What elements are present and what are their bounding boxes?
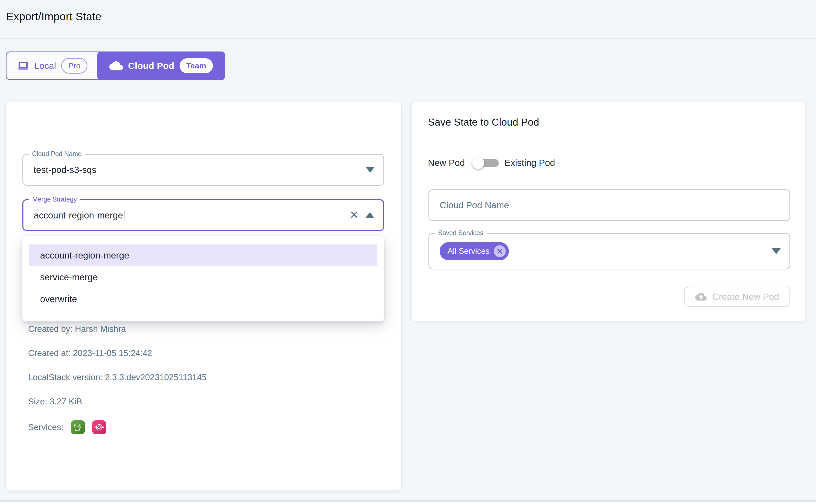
pod-mode-switch[interactable]: [472, 153, 500, 173]
services-row: Services:: [28, 420, 106, 434]
pod-name-select[interactable]: Cloud Pod Name test-pod-s3-sqs: [22, 154, 384, 186]
tab-local-label: Local: [34, 61, 56, 71]
saved-services-label: Saved Services: [435, 229, 486, 237]
cloud-icon: [109, 59, 123, 73]
merge-strategy-value: account-region-merge: [34, 210, 123, 220]
pod-mode-toggle-row: New Pod Existing Pod: [428, 153, 555, 173]
option-service-merge[interactable]: service-merge: [29, 266, 377, 288]
created-by-text: Created by: Harsh Mishra: [28, 324, 126, 334]
all-services-chip-label: All Services: [447, 247, 490, 256]
clear-icon[interactable]: ✕: [350, 210, 359, 221]
load-state-card: Load State from Cloud Pod Cloud Pod Name…: [6, 102, 401, 490]
pro-badge: Pro: [61, 58, 87, 74]
horizontal-scrollbar[interactable]: [0, 500, 816, 502]
s3-service-icon: [71, 420, 85, 434]
new-pod-name-placeholder: Cloud Pod Name: [440, 200, 509, 210]
chevron-down-icon[interactable]: [366, 167, 375, 173]
mode-tab-group: Local Pro Cloud Pod Team: [6, 51, 225, 80]
create-new-pod-button[interactable]: Create New Pod: [684, 287, 790, 307]
sqs-service-icon: [92, 420, 106, 434]
chip-delete-icon[interactable]: ✕: [494, 245, 506, 257]
tab-cloud-pod[interactable]: Cloud Pod Team: [97, 51, 225, 80]
tab-cloud-pod-label: Cloud Pod: [128, 61, 174, 71]
size-text: Size: 3.27 KiB: [28, 397, 82, 406]
scrollbar-gutter: [0, 502, 816, 504]
option-overwrite[interactable]: overwrite: [29, 288, 377, 310]
text-cursor: [124, 210, 124, 221]
new-pod-label: New Pod: [428, 158, 465, 168]
existing-pod-label: Existing Pod: [504, 158, 555, 168]
save-state-card: Save State to Cloud Pod New Pod Existing…: [412, 102, 805, 321]
chevron-down-icon[interactable]: [772, 248, 781, 254]
tab-local[interactable]: Local Pro: [7, 52, 98, 79]
cloud-upload-icon: [695, 291, 707, 302]
header-divider: [0, 38, 816, 39]
created-at-text: Created at: 2023-11-05 15:24:42: [28, 348, 152, 358]
all-services-chip: All Services ✕: [440, 242, 509, 260]
pod-name-select-label: Cloud Pod Name: [29, 150, 85, 158]
team-badge: Team: [179, 58, 213, 73]
switch-thumb: [472, 157, 484, 169]
pod-name-select-value: test-pod-s3-sqs: [34, 165, 96, 175]
chevron-up-icon[interactable]: [365, 212, 374, 218]
export-import-state-page: Export/Import State Local Pro Cloud Pod …: [0, 0, 816, 504]
merge-strategy-label: Merge Strategy: [29, 196, 80, 203]
new-pod-name-input[interactable]: Cloud Pod Name: [428, 189, 790, 221]
option-account-region-merge[interactable]: account-region-merge: [29, 244, 377, 266]
merge-strategy-listbox: account-region-merge service-merge overw…: [22, 236, 384, 321]
page-title: Export/Import State: [6, 10, 101, 23]
services-label: Services:: [28, 422, 63, 432]
localstack-version-text: LocalStack version: 2.3.3.dev20231025113…: [28, 372, 207, 382]
saved-services-select[interactable]: Saved Services All Services ✕: [428, 233, 790, 269]
merge-strategy-input[interactable]: Merge Strategy account-region-merge ✕: [22, 199, 384, 231]
laptop-icon: [17, 60, 29, 72]
create-button-label: Create New Pod: [712, 292, 779, 302]
save-card-title: Save State to Cloud Pod: [428, 117, 539, 128]
